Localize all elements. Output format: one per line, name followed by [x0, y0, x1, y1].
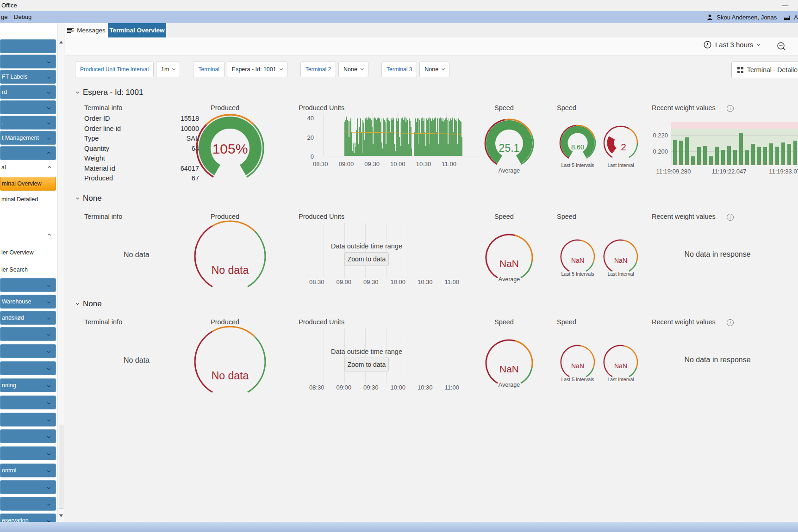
x-tick-label: 09:30 [364, 161, 380, 167]
info-value: 10000 [153, 125, 199, 132]
info-label: Order ID [84, 115, 110, 122]
weights-no-data: No data in response [648, 356, 787, 364]
speed-last-gauge: 2 [600, 121, 642, 163]
speed-average-gauge: 25.1 [481, 115, 537, 170]
zoom-to-data-button[interactable]: Zoom to data [344, 252, 389, 266]
chevron-down-icon [47, 485, 50, 489]
sidebar-item[interactable] [0, 446, 56, 460]
x-tick-label: 11:00 [444, 384, 459, 391]
speed-last5-nan: NaN [571, 362, 584, 370]
sidebar-item-ontrol[interactable]: ontrol [0, 464, 56, 477]
terminal3-dropdown[interactable]: None [419, 62, 449, 77]
section-title: Espera - Id: 1001 [83, 88, 143, 97]
col-header-speed-avg: Speed [494, 104, 514, 111]
average-label: Average [481, 382, 537, 388]
gauge-arc-red [195, 226, 212, 287]
filter-interval: Produced Unit Time Interval 1m [75, 62, 180, 77]
chevron-down-icon [47, 452, 50, 455]
sidebar-item-ft-labels[interactable]: FT Labels [0, 70, 56, 84]
grid-view-icon [737, 67, 743, 73]
gauge-arc-red [486, 340, 515, 383]
sidebar-item[interactable] [0, 497, 56, 511]
pu-ytick-20: 20 [296, 134, 314, 141]
bar [709, 156, 713, 165]
bar [781, 142, 785, 165]
gauge-arc-green [629, 143, 637, 157]
gridline [324, 223, 324, 278]
factory-icon [784, 14, 791, 21]
messages-list-icon [67, 28, 74, 33]
scroll-up-arrow[interactable] [59, 41, 63, 43]
zoom-to-data-button[interactable]: Zoom to data [344, 358, 389, 371]
terminal2-value: None [343, 66, 357, 73]
gauge-arc-green [586, 368, 593, 377]
gridline [344, 223, 345, 278]
menu-item-truncated[interactable]: ge [1, 13, 7, 20]
section-header[interactable]: None [76, 299, 102, 309]
x-tick-label: 09:30 [363, 278, 379, 285]
bar [787, 144, 791, 165]
sidebar-item-label: eservation [2, 517, 29, 522]
col-header-terminal-info: Terminal info [84, 104, 122, 111]
scroll-down-arrow[interactable] [59, 514, 63, 517]
bar [685, 137, 689, 165]
info-label: Weight [84, 155, 105, 162]
chevron-down-icon [76, 90, 79, 93]
time-range-selector[interactable]: Last 3 hours [704, 41, 760, 49]
last-interval-label: Last Interval [595, 162, 646, 168]
info-icon[interactable]: i [727, 105, 734, 112]
gridline [407, 328, 407, 383]
section-header[interactable]: None [76, 194, 102, 203]
x-tick-label: 09:30 [363, 384, 379, 391]
user-icon [706, 14, 713, 21]
tab-messages[interactable]: Messages [65, 23, 108, 37]
gauge-arc-red [604, 240, 624, 271]
col-header-recent-weights: Recent weight values [652, 318, 716, 326]
chevron-down-icon [361, 67, 364, 70]
section-header[interactable]: Espera - Id: 1001 [76, 88, 143, 97]
scrollbar-thumb[interactable] [59, 425, 63, 509]
sidebar-item[interactable] [0, 480, 56, 494]
terminal-detailed-button[interactable]: Terminal - Detailed [731, 62, 798, 78]
chevron-down-icon [76, 301, 79, 304]
info-icon[interactable]: i [727, 319, 734, 326]
info-icon[interactable]: i [727, 214, 734, 221]
tab-terminal-overview[interactable]: Terminal Overview [108, 23, 166, 37]
menu-item-debug[interactable]: Debug [14, 13, 31, 20]
sidebar-item[interactable] [0, 413, 56, 427]
info-label: Material id [84, 165, 115, 172]
gauge-arc-green [586, 262, 593, 271]
chevron-down-icon [757, 43, 760, 46]
user-name[interactable]: Skou Andersen, Jonas [717, 14, 777, 21]
x-tick-label: 10:00 [390, 161, 405, 167]
site-name[interactable]: A [794, 14, 798, 21]
zoom-out-icon[interactable] [777, 42, 786, 51]
terminal-dropdown[interactable]: Espera - Id: 1001 [227, 62, 287, 77]
terminal-value: Espera - Id: 1001 [232, 66, 276, 73]
title-bar: Office — [0, 0, 798, 11]
sidebar-item[interactable] [0, 429, 56, 443]
produced-units-chart-empty: Data outside time range Zoom to data [293, 328, 441, 383]
sidebar-item[interactable] [0, 39, 56, 53]
x-tick-label: 10:00 [390, 278, 405, 285]
speed-last5-gauge-nan: NaN [557, 340, 598, 382]
average-label: Average [481, 167, 537, 174]
pu-time-axis: 08:3009:0009:3010:0010:3011:00 [313, 161, 456, 167]
bar [697, 147, 701, 165]
bar [733, 150, 737, 165]
minimize-button[interactable]: — [779, 1, 792, 10]
pu-time-axis: 08:3009:0009:3010:0010:3011:00 [309, 384, 459, 391]
last-interval-label: Last Interval [595, 271, 646, 277]
menu-bar: ge Debug Skou Andersen, Jonas A [0, 11, 798, 23]
info-value: 15518 [153, 115, 199, 122]
gridline [428, 328, 428, 383]
sidebar-item[interactable] [0, 55, 56, 68]
interval-dropdown[interactable]: 1m [156, 62, 180, 77]
gridline [303, 223, 303, 278]
terminal2-dropdown[interactable]: None [338, 62, 368, 77]
wt-ytick-0220: 0.220 [646, 132, 668, 139]
produced-no-data: No data [212, 264, 249, 276]
sidebar-item-eservation[interactable]: eservation [0, 513, 56, 522]
info-value: 64 [153, 145, 199, 152]
status-bar [0, 522, 798, 532]
